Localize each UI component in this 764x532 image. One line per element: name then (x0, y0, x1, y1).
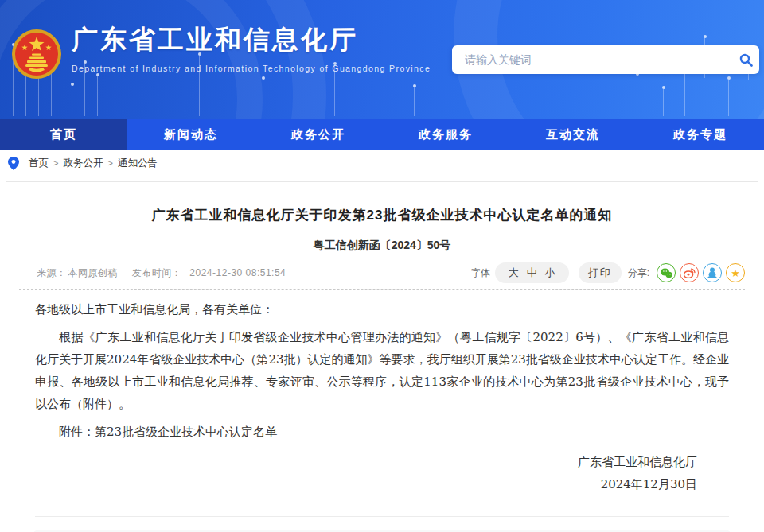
nav-item-gov-services[interactable]: 政务服务 (382, 119, 509, 150)
header-decoration-line (663, 89, 664, 116)
nav-item-news[interactable]: 新闻动态 (127, 119, 255, 150)
article-paragraph: 附件：第23批省级企业技术中心认定名单 (35, 421, 729, 443)
publish-time-value: 2024-12-30 08:51:54 (189, 267, 286, 278)
header-decoration-line (97, 76, 98, 116)
publish-time-label: 发布时间： (132, 267, 182, 278)
share-wechat-button[interactable] (657, 263, 676, 282)
national-emblem-logo (11, 29, 62, 80)
search-icon (739, 53, 753, 67)
share-weibo-button[interactable] (680, 263, 699, 282)
share-qq-button[interactable] (703, 263, 722, 282)
nav-item-interaction[interactable]: 互动交流 (509, 119, 637, 150)
header-decoration-line (72, 86, 72, 116)
share-favorite-button[interactable]: ★ (726, 263, 745, 282)
document-number: 粤工信创新函〔2024〕50号 (6, 239, 758, 253)
article-card: 广东省工业和信息化厅关于印发第23批省级企业技术中心认定名单的通知 粤工信创新函… (6, 181, 758, 532)
article-toolbar: 字体 大 中 小 打印 分享: (471, 262, 745, 283)
breadcrumb-notices[interactable]: 通知公告 (118, 157, 158, 170)
site-header: 广东省工业和信息化厅 Department of Industry and In… (0, 0, 764, 119)
article-title: 广东省工业和信息化厅关于印发第23批省级企业技术中心认定名单的通知 (6, 206, 758, 224)
search-input[interactable] (452, 45, 732, 74)
star-icon: ★ (731, 268, 740, 278)
header-decoration-line (25, 76, 26, 116)
font-size-medium-button[interactable]: 中 (523, 266, 541, 280)
font-size-group: 大 中 小 (495, 262, 569, 283)
breadcrumb-separator: > (53, 158, 58, 168)
article-meta-row: 来源：本网原创稿 发布时间：2024-12-30 08:51:54 字体 大 中… (19, 262, 745, 283)
search-button[interactable] (732, 45, 759, 74)
font-size-small-button[interactable]: 小 (541, 266, 559, 280)
breadcrumb-home[interactable]: 首页 (29, 157, 49, 170)
site-brand[interactable]: 广东省工业和信息化厅 Department of Industry and In… (11, 24, 431, 80)
weibo-icon (684, 268, 696, 278)
article-body: 各地级以上市工业和信息化局，各有关单位： 根据《广东工业和信息化厅关于印发省级企… (6, 290, 758, 495)
signature-date: 2024年12月30日 (35, 473, 697, 495)
font-size-large-button[interactable]: 大 (505, 266, 523, 280)
article-paragraph: 根据《广东工业和信息化厅关于印发省级企业技术中心管理办法的通知》（粤工信规字〔2… (35, 326, 729, 415)
main-nav: 首页 新闻动态 政务公开 政务服务 互动交流 政务专题 (0, 119, 764, 150)
print-button[interactable]: 打印 (579, 262, 622, 283)
article-paragraph: 各地级以上市工业和信息化局，各有关单位： (35, 298, 729, 320)
breadcrumb: 首页 > 政务公开 > 通知公告 (0, 150, 764, 177)
article-signature: 广东省工业和信息化厅 2024年12月30日 (35, 451, 729, 495)
site-search (452, 45, 759, 74)
qq-icon (707, 267, 717, 278)
site-subtitle: Department of Industry and Information T… (72, 64, 431, 73)
share-label: 分享: (628, 266, 649, 280)
site-title: 广东省工业和信息化厅 (72, 24, 431, 56)
article-meta: 来源：本网原创稿 发布时间：2024-12-30 08:51:54 (19, 266, 286, 280)
location-pin-icon (8, 157, 19, 170)
wechat-icon (661, 268, 672, 278)
header-decoration-line (637, 76, 637, 116)
breadcrumb-separator: > (107, 158, 112, 168)
header-decoration-line (728, 80, 729, 116)
font-size-label: 字体 (471, 266, 490, 280)
section-divider (35, 516, 729, 517)
header-decoration-line (414, 87, 415, 116)
source-label: 来源： (37, 267, 67, 278)
header-decoration-line (263, 80, 263, 116)
breadcrumb-gov-info[interactable]: 政务公开 (63, 157, 103, 170)
nav-item-special-topics[interactable]: 政务专题 (637, 119, 764, 150)
signature-organization: 广东省工业和信息化厅 (35, 451, 697, 473)
source-value: 本网原创稿 (68, 267, 119, 278)
nav-item-home[interactable]: 首页 (0, 119, 127, 150)
nav-item-gov-info[interactable]: 政务公开 (255, 119, 382, 150)
